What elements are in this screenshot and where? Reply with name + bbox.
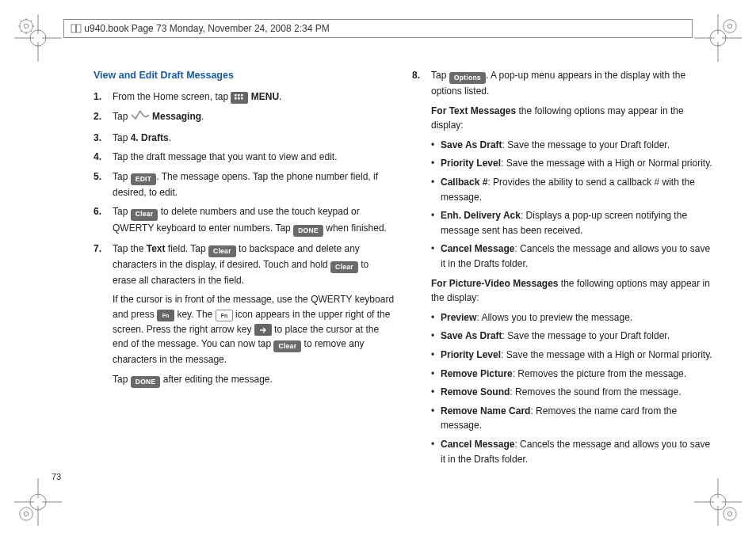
svg-rect-41 xyxy=(235,97,237,100)
svg-rect-40 xyxy=(241,94,243,97)
done-button-icon: DONE xyxy=(131,376,161,388)
text-msg-header: For Text Messages the following options … xyxy=(431,104,713,133)
list-item: Remove Name Card: Removes the name card … xyxy=(431,404,713,433)
svg-point-34 xyxy=(724,508,737,521)
list-item: Remove Picture: Removes the picture from… xyxy=(431,367,713,382)
svg-line-27 xyxy=(31,31,32,32)
options-button-icon: Options xyxy=(449,72,486,84)
step-3: 3. Tap 4. Drafts. xyxy=(94,131,395,146)
header-stamp: u940.book Page 73 Monday, November 24, 2… xyxy=(63,19,693,38)
list-item: Cancel Message: Cancels the message and … xyxy=(431,437,713,466)
list-item: Cancel Message: Cancels the message and … xyxy=(431,241,713,271)
list-item: Remove Sound: Removes the sound from the… xyxy=(431,385,713,400)
text-options-list: Save As Draft: Save the message to your … xyxy=(431,138,713,272)
list-item: Save As Draft: Save the message to your … xyxy=(431,138,713,153)
list-item: Enh. Delivery Ack: Displays a pop-up scr… xyxy=(431,208,713,238)
done-button-icon: DONE xyxy=(293,225,323,237)
pv-options-list: Preview: Allows you to preview the messa… xyxy=(431,310,713,466)
step-2: 2. Tap Messaging. xyxy=(94,109,395,126)
step-7-paragraph-3: Tap DONE after editing the message. xyxy=(113,372,395,388)
fn-key-icon: Fn xyxy=(157,310,174,321)
svg-rect-37 xyxy=(77,25,82,32)
step-7-paragraph-2: If the cursor is in front of the message… xyxy=(113,292,395,367)
step-list-cont: 8. Tap Options. A pop-up menu appears in… xyxy=(412,68,713,99)
list-item: Priority Level: Save the message with a … xyxy=(431,156,713,171)
left-column: View and Edit Draft Messages 1. From the… xyxy=(94,68,395,477)
gear-icon xyxy=(17,505,35,523)
svg-line-28 xyxy=(21,31,22,32)
clear-button-icon: Clear xyxy=(330,261,358,273)
step-list: 1. From the Home screen, tap MENU. 2. Ta… xyxy=(94,89,395,287)
svg-point-35 xyxy=(727,511,732,516)
svg-point-30 xyxy=(724,20,737,33)
step-5: 5. Tap EDIT. The message opens. Tap the … xyxy=(94,169,395,200)
gear-icon xyxy=(721,17,739,35)
list-item: Callback #: Provides the ability to send… xyxy=(431,175,713,204)
step-8: 8. Tap Options. A pop-up menu appears in… xyxy=(412,68,713,99)
step-1: 1. From the Home screen, tap MENU. xyxy=(94,89,395,105)
svg-rect-38 xyxy=(235,94,237,97)
page-number: 73 xyxy=(52,472,61,481)
list-item: Priority Level: Save the message with a … xyxy=(431,348,713,363)
svg-point-33 xyxy=(24,511,29,516)
gear-icon xyxy=(721,505,739,523)
fn-indicator-icon: Fn xyxy=(216,310,233,321)
clear-button-icon: Clear xyxy=(131,209,158,221)
header-text: u940.book Page 73 Monday, November 24, 2… xyxy=(84,23,329,34)
step-6: 6. Tap Clear to delete numbers and use t… xyxy=(94,204,395,236)
menu-grid-icon xyxy=(231,92,248,104)
svg-rect-36 xyxy=(71,25,76,32)
svg-line-29 xyxy=(31,21,32,22)
right-arrow-key-icon xyxy=(254,324,272,336)
svg-point-32 xyxy=(20,508,33,521)
section-heading: View and Edit Draft Messages xyxy=(94,68,395,83)
content-area: View and Edit Draft Messages 1. From the… xyxy=(94,68,713,477)
clear-button-icon: Clear xyxy=(208,245,236,257)
svg-text:Fn: Fn xyxy=(220,313,227,318)
page: u940.book Page 73 Monday, November 24, 2… xyxy=(0,0,756,540)
svg-rect-42 xyxy=(238,97,240,100)
svg-rect-39 xyxy=(238,94,240,97)
gear-icon xyxy=(17,17,35,35)
svg-rect-43 xyxy=(241,97,243,100)
svg-line-26 xyxy=(21,21,22,22)
messaging-icon xyxy=(131,110,150,126)
svg-text:Fn: Fn xyxy=(162,313,170,318)
book-icon xyxy=(71,23,82,34)
edit-button-icon: EDIT xyxy=(131,173,157,185)
pv-msg-header: For Picture-Video Messages the following… xyxy=(431,276,713,306)
svg-point-21 xyxy=(24,24,29,29)
step-4: 4.Tap the draft message that you want to… xyxy=(94,150,395,165)
list-item: Save As Draft: Save the message to your … xyxy=(431,329,713,344)
svg-point-31 xyxy=(727,24,732,29)
step-7: 7. Tap the Text field. Tap Clear to back… xyxy=(94,241,395,288)
list-item: Preview: Allows you to preview the messa… xyxy=(431,310,713,325)
right-column: 8. Tap Options. A pop-up menu appears in… xyxy=(412,68,713,477)
clear-button-icon: Clear xyxy=(273,340,301,352)
